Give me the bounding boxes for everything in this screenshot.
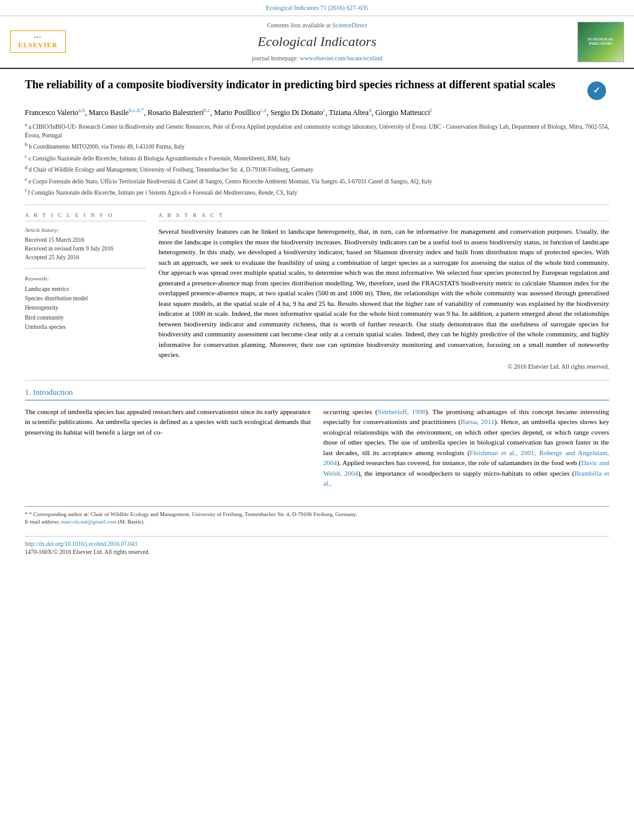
keyword-5: Umbrella species <box>25 323 146 332</box>
article-title: The reliability of a composite biodivers… <box>25 78 581 92</box>
intro-col-left: The concept of umbrella species has appe… <box>25 407 311 494</box>
thumbnail-label: ECOLOGICALINDICATORS <box>587 36 615 47</box>
cite-davic: Davic and Welsh, 2004 <box>323 459 609 477</box>
footnote-star: * * Corresponding author at: Chair of Wi… <box>25 510 609 519</box>
keywords-list: Landscape metrics Species distribution m… <box>25 285 146 332</box>
keywords-group: Keywords: Landscape metrics Species dist… <box>25 275 146 332</box>
revised-date: Received in revised form 9 July 2016 <box>25 245 146 253</box>
main-content: The reliability of a composite biodivers… <box>0 69 634 566</box>
affil-c: c c Consiglio Nazionale delle Ricerche, … <box>25 153 609 163</box>
journal-header: ▪▪▪ ELSEVIER Contents lists available at… <box>0 16 634 69</box>
cite-simberloff: Simberloff, 1998 <box>377 408 425 415</box>
divider-2 <box>25 380 609 381</box>
page-footer: http://dx.doi.org/10.1016/j.ecolind.2016… <box>25 536 609 557</box>
journal-title: Ecological Indicators <box>66 32 568 52</box>
affil-b: b b Coordinamento MITO2000, via Trento 4… <box>25 141 609 151</box>
elsevier-logo-area: ▪▪▪ ELSEVIER <box>10 30 66 53</box>
intro-para1-left: The concept of umbrella species has appe… <box>25 407 311 438</box>
accepted-date: Accepted 25 July 2016 <box>25 254 146 262</box>
contents-available-text: Contents lists available at ScienceDirec… <box>66 21 568 30</box>
divider-1 <box>25 205 609 205</box>
intro-title: Introduction <box>33 387 73 397</box>
issn-text: 1470-160X/© 2016 Elsevier Ltd. All right… <box>25 548 609 556</box>
keyword-4: Bird community <box>25 313 146 323</box>
abstract-copyright: © 2016 Elsevier Ltd. All rights reserved… <box>158 362 609 371</box>
divider-info <box>25 268 146 269</box>
article-title-text: The reliability of a composite biodivers… <box>25 78 581 97</box>
received-date: Received 15 March 2016 <box>25 236 146 244</box>
intro-body: The concept of umbrella species has appe… <box>25 407 609 494</box>
affiliations: a a CIBIO/InBIO-UE- Research Center in B… <box>25 121 609 197</box>
cite-fleishman: Fleishman et al., 2001; Roberge and Ange… <box>323 449 609 467</box>
article-info-label: A R T I C L E I N F O <box>25 211 146 221</box>
abstract-col: A B S T R A C T Several biodiversity fea… <box>158 211 609 371</box>
intro-number: 1. <box>25 387 31 397</box>
journal-title-area: Contents lists available at ScienceDirec… <box>66 21 568 63</box>
elsevier-logo-box: ▪▪▪ ELSEVIER <box>10 30 66 53</box>
intro-section-heading: 1. Introduction <box>25 387 609 400</box>
keyword-1: Landscape metrics <box>25 285 146 294</box>
crossmark-icon: ✓ <box>587 81 606 100</box>
article-info-col: A R T I C L E I N F O Article history: R… <box>25 211 146 371</box>
journal-cover-image: ECOLOGICALINDICATORS <box>577 22 624 62</box>
authors-line: Francesco Valerioa,b, Marco Basileb,c,d,… <box>25 106 609 118</box>
article-title-section: The reliability of a composite biodivers… <box>25 78 609 100</box>
intro-para1-right: occurring species (Simberloff, 1998). Th… <box>323 407 609 489</box>
crossmark-area: ✓ <box>587 78 609 100</box>
keywords-subheading: Keywords: <box>25 275 146 283</box>
elsevier-logo-text: ELSEVIER <box>14 40 62 50</box>
homepage-link[interactable]: www.elsevier.com/locate/ecolind <box>300 55 382 62</box>
journal-reference-bar: Ecological Indicators 71 (2016) 627–635 <box>0 0 634 16</box>
sciencedirect-link[interactable]: ScienceDirect <box>332 22 367 29</box>
abstract-text: Several biodiversity features can be lin… <box>158 226 609 360</box>
journal-ref-text: Ecological Indicators 71 (2016) 627–635 <box>266 4 368 11</box>
journal-thumbnail: ECOLOGICALINDICATORS <box>568 22 624 62</box>
affil-d: d d Chair of Wildlife Ecology and Manage… <box>25 164 609 174</box>
footnote-section: * * Corresponding author at: Chair of Wi… <box>25 506 609 526</box>
cite-brambilla: Brambilla et al., <box>323 469 609 487</box>
abstract-label: A B S T R A C T <box>158 211 609 221</box>
footnote-email-link[interactable]: marcola.nat@gmail.com <box>61 519 116 525</box>
intro-col-right: occurring species (Simberloff, 1998). Th… <box>323 407 609 494</box>
history-group: Article history: Received 15 March 2016 … <box>25 226 146 262</box>
affil-f: f f Consiglio Nazionale delle Ricerche, … <box>25 187 609 197</box>
affil-a: a a CIBIO/InBIO-UE- Research Center in B… <box>25 121 609 140</box>
cite-barua: Barua, 2011 <box>461 418 494 425</box>
journal-homepage: journal homepage: www.elsevier.com/locat… <box>66 54 568 63</box>
info-abstract-section: A R T I C L E I N F O Article history: R… <box>25 211 609 371</box>
history-subheading: Article history: <box>25 226 146 234</box>
keyword-3: Heterogeneity <box>25 303 146 313</box>
doi-link[interactable]: http://dx.doi.org/10.1016/j.ecolind.2016… <box>25 540 609 548</box>
footnote-email: E-mail address: marcola.nat@gmail.com (M… <box>25 518 609 526</box>
affil-e: e e Corpo Forestale dello Stato, Ufficio… <box>25 176 609 186</box>
keyword-2: Species distribution model <box>25 294 146 303</box>
